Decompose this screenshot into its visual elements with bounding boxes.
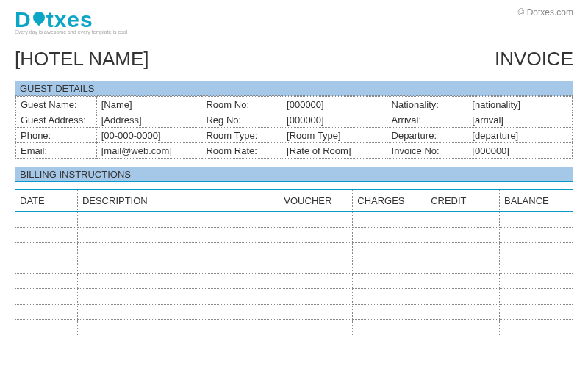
billing-row xyxy=(15,274,573,289)
billing-cell xyxy=(279,228,353,243)
billing-cell xyxy=(279,258,353,274)
col-date: DATE xyxy=(15,190,78,212)
col-balance: BALANCE xyxy=(500,190,573,212)
field-label: Departure: xyxy=(387,128,467,143)
billing-cell xyxy=(15,228,78,243)
guest-details-section: GUEST DETAILS Guest Name:[Name]Room No:[… xyxy=(15,81,573,159)
billing-table: DATE DESCRIPTION VOUCHER CHARGES CREDIT … xyxy=(15,189,573,335)
billing-cell xyxy=(77,243,279,258)
copyright: © Dotxes.com xyxy=(517,7,573,18)
logo: D txes Every day is awesome and every te… xyxy=(15,7,127,35)
billing-cell xyxy=(279,274,353,289)
billing-header-row: DATE DESCRIPTION VOUCHER CHARGES CREDIT … xyxy=(15,190,573,212)
billing-row xyxy=(15,243,573,258)
billing-instructions-header: BILLING INSTRUCTIONS xyxy=(15,167,573,181)
billing-cell xyxy=(279,212,353,228)
logo-row: D txes Every day is awesome and every te… xyxy=(15,7,573,35)
logo-text-right: txes xyxy=(46,7,93,32)
billing-cell xyxy=(500,305,573,320)
field-value: [departure] xyxy=(467,128,573,143)
logo-tagline: Every day is awesome and every template … xyxy=(15,29,127,35)
billing-cell xyxy=(15,258,78,274)
billing-cell xyxy=(426,305,500,320)
pin-icon xyxy=(30,10,47,26)
field-value: [Address] xyxy=(96,112,201,128)
billing-cell xyxy=(500,320,573,335)
guest-row: Guest Address:[Address]Reg No:[000000]Ar… xyxy=(16,112,573,128)
billing-cell xyxy=(77,289,279,305)
guest-details-header: GUEST DETAILS xyxy=(15,81,573,96)
logo-text-left: D xyxy=(15,7,32,32)
billing-cell xyxy=(279,243,353,258)
billing-cell xyxy=(353,243,426,258)
billing-cell xyxy=(353,274,426,289)
billing-row xyxy=(15,258,573,274)
billing-cell xyxy=(426,274,500,289)
title-row: [HOTEL NAME] INVOICE xyxy=(15,48,573,70)
billing-cell xyxy=(279,305,353,320)
invoice-label: INVOICE xyxy=(495,48,573,70)
billing-cell xyxy=(353,320,426,335)
billing-cell xyxy=(15,305,78,320)
field-value: [nationality] xyxy=(467,97,573,112)
field-value: [00-000-0000] xyxy=(96,128,201,143)
guest-row: Email:[mail@web.com]Room Rate:[Rate of R… xyxy=(16,143,573,159)
field-value: [Name] xyxy=(96,97,201,112)
guest-row: Guest Name:[Name]Room No:[000000]Nationa… xyxy=(16,97,573,112)
billing-row xyxy=(15,320,573,335)
billing-cell xyxy=(500,243,573,258)
billing-row xyxy=(15,289,573,305)
field-label: Phone: xyxy=(16,128,97,143)
field-value: [000000] xyxy=(282,97,387,112)
billing-cell xyxy=(15,320,78,335)
field-value: [Room Type] xyxy=(282,128,387,143)
billing-row xyxy=(15,228,573,243)
billing-cell xyxy=(77,212,279,228)
billing-cell xyxy=(500,274,573,289)
field-label: Room Type: xyxy=(201,128,282,143)
billing-cell xyxy=(77,274,279,289)
billing-cell xyxy=(15,243,78,258)
billing-cell xyxy=(426,243,500,258)
field-value: [000000] xyxy=(467,143,573,159)
field-label: Reg No: xyxy=(201,112,282,128)
billing-cell xyxy=(353,289,426,305)
billing-cell xyxy=(426,212,500,228)
hotel-name: [HOTEL NAME] xyxy=(15,48,149,70)
billing-cell xyxy=(353,212,426,228)
billing-cell xyxy=(426,320,500,335)
field-label: Guest Name: xyxy=(16,97,97,112)
billing-cell xyxy=(353,258,426,274)
field-value: [000000] xyxy=(282,112,387,128)
billing-cell xyxy=(426,228,500,243)
billing-cell xyxy=(77,228,279,243)
billing-cell xyxy=(353,228,426,243)
col-charges: CHARGES xyxy=(353,190,426,212)
field-label: Nationality: xyxy=(387,97,467,112)
billing-cell xyxy=(279,320,353,335)
field-value: [arrival] xyxy=(467,112,573,128)
billing-cell xyxy=(353,305,426,320)
col-description: DESCRIPTION xyxy=(77,190,279,212)
billing-row xyxy=(15,212,573,228)
billing-cell xyxy=(15,274,78,289)
field-label: Arrival: xyxy=(387,112,467,128)
billing-cell xyxy=(426,258,500,274)
field-value: [Rate of Room] xyxy=(282,143,387,159)
billing-row xyxy=(15,305,573,320)
billing-cell xyxy=(77,258,279,274)
billing-cell xyxy=(500,228,573,243)
billing-cell xyxy=(426,289,500,305)
billing-cell xyxy=(15,212,78,228)
billing-cell xyxy=(77,320,279,335)
billing-cell xyxy=(500,212,573,228)
guest-row: Phone:[00-000-0000]Room Type:[Room Type]… xyxy=(16,128,573,143)
field-label: Room Rate: xyxy=(201,143,282,159)
col-credit: CREDIT xyxy=(426,190,500,212)
billing-cell xyxy=(500,289,573,305)
billing-cell xyxy=(77,305,279,320)
billing-cell xyxy=(15,289,78,305)
billing-instructions-section: BILLING INSTRUCTIONS xyxy=(15,167,573,182)
billing-cell xyxy=(500,258,573,274)
field-label: Email: xyxy=(16,143,97,159)
